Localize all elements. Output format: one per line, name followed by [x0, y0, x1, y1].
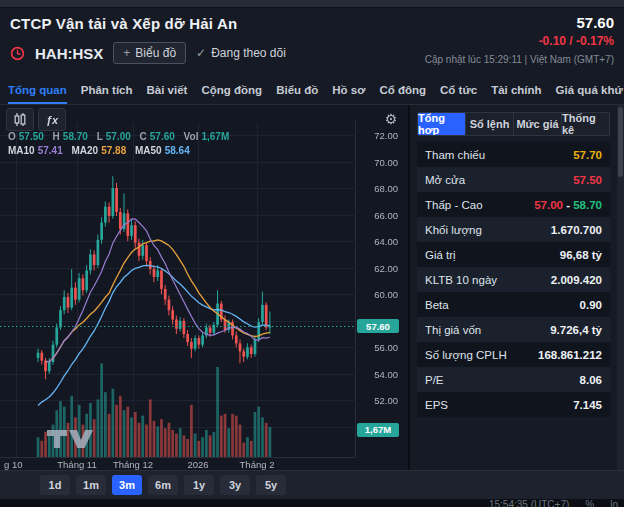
scrollbar[interactable] — [617, 105, 624, 470]
legend-h-value: 58.70 — [63, 131, 88, 142]
avg-volume-value: 2.009.420 — [551, 274, 602, 286]
row-thap-cao: Thấp - Cao 57.00 - 58.70 — [417, 192, 610, 217]
panel-tabs: Tổng hợp Sổ lệnh Mức giá Thống kê — [417, 112, 610, 136]
timeframe-1d[interactable]: 1d — [40, 475, 70, 495]
x-axis-label: 2026 — [187, 459, 208, 470]
tab-bai-viet[interactable]: Bài viết — [147, 77, 188, 104]
header: CTCP Vận tải và Xếp dỡ Hải An HAH:HSX + … — [0, 8, 624, 77]
shares-outstanding-value: 168.861.212 — [538, 349, 602, 361]
fx-icon: ƒx — [46, 114, 58, 126]
y-axis-label: 56.00 — [358, 342, 398, 353]
legend-ma10-label: MA10 — [8, 145, 35, 156]
tab-ho-so[interactable]: Hồ sơ — [332, 77, 365, 104]
y-axis-label: 54.00 — [358, 369, 398, 380]
legend-vol-label: Vol — [184, 131, 199, 142]
tab-co-tuc[interactable]: Cổ tức — [440, 77, 477, 104]
summary-panel: Tổng hợp Sổ lệnh Mức giá Thống kê Tham c… — [408, 105, 617, 470]
market-clock-icon — [10, 46, 25, 61]
tab-gia-qua-khu[interactable]: Giá quá khứ — [556, 77, 623, 104]
row-pe: P/E 8.06 — [417, 367, 610, 392]
legend-l-value: 57.00 — [106, 131, 131, 142]
y-axis-label: 68.00 — [358, 183, 398, 194]
tab-muc-gia[interactable]: Mức giá — [514, 113, 562, 135]
percent-scale-button[interactable]: % — [585, 499, 594, 507]
y-axis-label: 72.00 — [358, 130, 398, 141]
gear-icon[interactable]: ⚙ — [380, 108, 402, 129]
row-cplh: Số lượng CPLH 168.861.212 — [417, 342, 610, 367]
legend-ma10-value: 57.41 — [38, 145, 63, 156]
chart-footer: 15:54:35 (UTC+7) % lo — [0, 499, 624, 507]
watching-button[interactable]: ✓ Đang theo dõi — [196, 46, 286, 60]
y-axis-label: 64.00 — [358, 236, 398, 247]
chart-canvas[interactable] — [0, 105, 408, 470]
chart-button-label: Biểu đồ — [135, 46, 176, 60]
timeframe-5y[interactable]: 5y — [256, 475, 286, 495]
candlestick-style-button[interactable] — [6, 108, 34, 131]
chart-button[interactable]: + Biểu đồ — [113, 42, 186, 64]
row-gia-tri: Giá trị 96,68 tỷ — [417, 242, 610, 267]
row-thi-gia-von: Thị giá vốn 9.726,4 tỷ — [417, 317, 610, 342]
ma-legend: MA1057.41 MA2057.88 MA5058.64 — [8, 145, 190, 156]
legend-vol-value: 1,67M — [201, 131, 229, 142]
last-price-tag: 57.60 — [357, 319, 399, 333]
price-chart: ƒx ⚙ O57.50 H58.70 L57.00 C57.60 Vol1,67… — [0, 105, 408, 470]
tab-co-dong[interactable]: Cổ đông — [379, 77, 426, 104]
x-axis-label: g 10 — [4, 459, 23, 470]
tab-so-lenh[interactable]: Sổ lệnh — [466, 113, 514, 135]
y-axis-label: 70.00 — [358, 157, 398, 168]
tab-cong-dong[interactable]: Cộng đồng — [201, 77, 262, 104]
value-traded: 96,68 tỷ — [560, 249, 602, 261]
x-axis-label: Tháng 2 — [240, 459, 275, 470]
candlestick-icon — [13, 113, 27, 126]
tab-tong-hop[interactable]: Tổng hợp — [418, 113, 466, 135]
legend-ma50-label: MA50 — [135, 145, 162, 156]
row-kltb: KLTB 10 ngày 2.009.420 — [417, 267, 610, 292]
tab-phan-tich[interactable]: Phân tích — [81, 77, 133, 104]
price-change: -0.10 / -0.17% — [425, 34, 614, 48]
tab-tai-chinh[interactable]: Tài chính — [491, 77, 541, 104]
legend-h-label: H — [53, 131, 60, 142]
eps-value: 7.145 — [573, 399, 602, 411]
y-axis-label: 60.00 — [358, 289, 398, 300]
timeframe-6m[interactable]: 6m — [148, 475, 178, 495]
timeframe-3m[interactable]: 3m — [112, 475, 142, 495]
indicators-button[interactable]: ƒx — [38, 108, 66, 131]
timeframe-bar: 1d 1m 3m 6m 1y 3y 5y — [0, 470, 624, 499]
tab-thong-ke[interactable]: Thống kê — [562, 113, 609, 135]
last-price: 57.60 — [425, 14, 614, 31]
y-axis-label: 62.00 — [358, 263, 398, 274]
last-volume-tag: 1,67M — [357, 423, 399, 437]
x-axis-label: Tháng 11 — [57, 459, 96, 470]
row-eps: EPS 7.145 — [417, 392, 610, 417]
scrollbar-thumb[interactable] — [618, 107, 623, 177]
legend-ma20-label: MA20 — [72, 145, 99, 156]
beta-value: 0.90 — [580, 299, 602, 311]
time-axis[interactable]: g 10Tháng 11Tháng 122026Tháng 2 — [0, 459, 408, 471]
ohlc-legend: O57.50 H58.70 L57.00 C57.60 Vol1,67M — [8, 131, 229, 142]
row-khoi-luong: Khối lượng 1.670.700 — [417, 217, 610, 242]
widget-top-strip — [0, 0, 624, 8]
open-price-value: 57.50 — [573, 174, 602, 186]
market-cap-value: 9.726,4 tỷ — [550, 324, 602, 336]
timeframe-1y[interactable]: 1y — [184, 475, 214, 495]
y-axis-label: 66.00 — [358, 210, 398, 221]
plus-icon: + — [123, 46, 130, 60]
row-tham-chieu: Tham chiếu 57.70 — [417, 142, 610, 167]
x-axis-label: Tháng 12 — [113, 459, 153, 470]
log-scale-button[interactable]: lo — [610, 499, 618, 507]
timeframe-3y[interactable]: 3y — [220, 475, 250, 495]
watching-label: Đang theo dõi — [211, 46, 286, 60]
ticker-symbol: HAH:HSX — [35, 45, 103, 62]
main-nav: Tổng quan Phân tích Bài viết Cộng đồng B… — [0, 77, 624, 105]
check-icon: ✓ — [196, 46, 206, 60]
volume-value: 1.670.700 — [551, 224, 602, 236]
legend-c-value: 57.60 — [150, 131, 175, 142]
row-mo-cua: Mở cửa 57.50 — [417, 167, 610, 192]
tab-tong-quan[interactable]: Tổng quan — [8, 77, 67, 104]
legend-o-label: O — [8, 131, 16, 142]
legend-ma50-value: 58.64 — [165, 145, 190, 156]
legend-ma20-value: 57.88 — [101, 145, 126, 156]
low-high-value: 57.00 - 58.70 — [534, 199, 602, 211]
timeframe-1m[interactable]: 1m — [76, 475, 106, 495]
tab-bieu-do[interactable]: Biểu đồ — [276, 77, 318, 104]
